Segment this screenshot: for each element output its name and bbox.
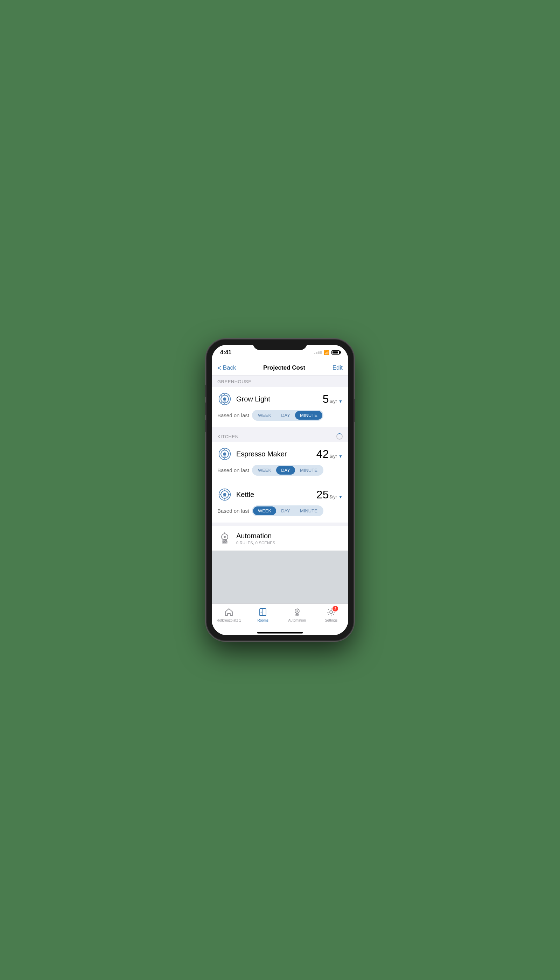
kettle-cost-unit: $/yr — [329, 494, 337, 500]
battery-icon — [332, 350, 340, 355]
kettle-left: Kettle — [217, 487, 254, 502]
kitchen-loading-spinner — [337, 433, 343, 440]
svg-rect-19 — [262, 608, 262, 616]
tab-rooms-label: Rooms — [257, 618, 268, 622]
espresso-cost-unit: $/yr — [329, 453, 337, 459]
greenhouse-kitchen-gap — [212, 427, 348, 430]
svg-point-24 — [330, 611, 332, 613]
wifi-icon: 📶 — [324, 350, 329, 355]
espresso-week-btn[interactable]: WEEK — [253, 466, 276, 475]
kettle-card: Kettle 25 $/yr ▼ Based on last WEEK DAY … — [212, 482, 348, 523]
svg-point-14 — [223, 497, 226, 498]
svg-point-22 — [297, 610, 298, 612]
tab-settings-label: Settings — [325, 618, 337, 622]
tab-rooms[interactable]: Rooms — [246, 607, 280, 622]
phone-shell: 4:41 📶 < Back Projected Cost Edit — [207, 340, 353, 640]
back-chevron-icon: < — [217, 364, 222, 372]
svg-point-20 — [261, 612, 262, 613]
grow-light-week-btn[interactable]: WEEK — [253, 411, 276, 420]
espresso-maker-card: Espresso Maker 42 $/yr ▼ Based on last W… — [212, 442, 348, 482]
status-icons: 📶 — [314, 350, 340, 355]
kettle-time-label: Based on last — [217, 508, 249, 514]
espresso-left: Espresso Maker — [217, 447, 287, 461]
status-time: 4:41 — [220, 349, 232, 356]
grow-light-icon — [217, 392, 232, 407]
svg-point-16 — [223, 536, 226, 538]
kettle-icon — [217, 487, 232, 502]
grow-light-day-btn[interactable]: DAY — [276, 411, 295, 420]
kettle-time-buttons: WEEK DAY MINUTE — [252, 505, 323, 516]
espresso-minute-btn[interactable]: MINUTE — [295, 466, 322, 475]
svg-point-7 — [223, 452, 226, 455]
greenhouse-section-header: GREENHOUSE — [212, 375, 348, 387]
tab-bar: Rotkreuzplatz 1 Rooms — [212, 603, 348, 632]
edit-button[interactable]: Edit — [332, 364, 343, 372]
grow-light-time-selector: Based on last WEEK DAY MINUTE — [217, 410, 343, 422]
nav-bar: < Back Projected Cost Edit — [212, 360, 348, 375]
settings-icon: 2 — [326, 607, 336, 617]
home-indicator — [212, 632, 348, 635]
grow-light-cost-value: 5 — [323, 393, 329, 406]
espresso-cost[interactable]: 42 $/yr ▼ — [317, 448, 343, 461]
back-button[interactable]: < Back — [217, 364, 236, 372]
espresso-icon — [217, 447, 232, 461]
kettle-cost[interactable]: 25 $/yr ▼ — [317, 488, 343, 501]
home-bar — [257, 632, 303, 633]
back-label: Back — [223, 364, 236, 372]
kitchen-label: KITCHEN — [217, 434, 239, 439]
tab-automation[interactable]: Automation — [280, 607, 314, 622]
tab-home-label: Rotkreuzplatz 1 — [217, 618, 241, 622]
kettle-minute-btn[interactable]: MINUTE — [295, 507, 322, 515]
svg-point-12 — [223, 493, 226, 496]
kettle-dropdown-icon: ▼ — [338, 495, 343, 500]
content-area: GREENHOUSE — [212, 375, 348, 603]
phone-screen: 4:41 📶 < Back Projected Cost Edit — [212, 345, 348, 635]
kettle-name: Kettle — [236, 491, 254, 499]
kitchen-section-header: KITCHEN — [212, 430, 348, 442]
grow-light-left: Grow Light — [217, 392, 270, 407]
home-icon — [224, 607, 234, 617]
automation-icon — [217, 531, 232, 546]
signal-icon — [314, 351, 322, 354]
grow-light-minute-btn[interactable]: MINUTE — [295, 411, 322, 420]
automation-name: Automation — [236, 532, 275, 540]
espresso-name: Espresso Maker — [236, 450, 287, 458]
automation-text: Automation 0 RULES, 0 SCENES — [236, 532, 275, 545]
svg-point-2 — [223, 397, 226, 400]
tab-settings[interactable]: 2 Settings — [314, 607, 348, 622]
kitchen-automation-gap — [212, 523, 348, 526]
espresso-cost-value: 42 — [317, 448, 329, 461]
espresso-time-buttons: WEEK DAY MINUTE — [252, 465, 323, 476]
grow-light-cost-unit: $/yr — [329, 398, 337, 404]
page-title: Projected Cost — [263, 364, 305, 372]
grow-light-dropdown-icon: ▼ — [338, 399, 343, 404]
grow-light-card: Grow Light 5 $/yr ▼ Based on last WEEK D… — [212, 387, 348, 427]
tab-automation-label: Automation — [288, 618, 306, 622]
espresso-time-selector: Based on last WEEK DAY MINUTE — [217, 465, 343, 477]
grow-light-cost[interactable]: 5 $/yr ▼ — [323, 393, 343, 406]
automation-tab-icon — [292, 607, 302, 617]
greenhouse-label: GREENHOUSE — [217, 379, 251, 384]
svg-point-9 — [223, 456, 226, 457]
espresso-time-label: Based on last — [217, 467, 249, 473]
espresso-day-btn[interactable]: DAY — [276, 466, 295, 475]
automation-sub: 0 RULES, 0 SCENES — [236, 541, 275, 545]
rooms-icon — [258, 607, 268, 617]
espresso-dropdown-icon: ▼ — [338, 454, 343, 459]
kettle-time-selector: Based on last WEEK DAY MINUTE — [217, 505, 343, 518]
grow-light-time-label: Based on last — [217, 412, 249, 418]
kettle-cost-value: 25 — [317, 488, 329, 501]
grow-light-name: Grow Light — [236, 395, 270, 403]
kettle-day-btn[interactable]: DAY — [276, 507, 295, 515]
svg-point-4 — [223, 401, 226, 402]
kettle-week-btn[interactable]: WEEK — [253, 507, 276, 515]
tab-home[interactable]: Rotkreuzplatz 1 — [212, 607, 246, 622]
grow-light-time-buttons: WEEK DAY MINUTE — [252, 410, 323, 421]
notch — [253, 340, 307, 350]
empty-gray-area — [212, 550, 348, 603]
automation-card[interactable]: Automation 0 RULES, 0 SCENES — [212, 526, 348, 550]
settings-badge: 2 — [332, 606, 338, 612]
